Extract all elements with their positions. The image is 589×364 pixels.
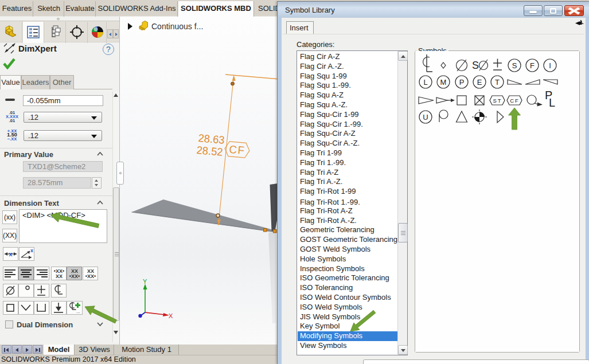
svg-text:CF: CF	[510, 97, 520, 104]
svg-text:28.52: 28.52	[196, 144, 224, 158]
svg-text:x: x	[30, 248, 33, 253]
svg-text:x: x	[9, 251, 13, 257]
svg-text:XX: XX	[56, 273, 63, 279]
svg-text:S: S	[512, 61, 517, 70]
svg-text:I: I	[549, 61, 551, 70]
svg-text:E: E	[477, 78, 482, 87]
svg-text:•XX•: •XX•	[85, 273, 96, 279]
svg-text:S: S	[472, 60, 479, 71]
svg-text:X: X	[169, 312, 173, 319]
svg-text:L: L	[549, 96, 555, 109]
svg-text:CF: CF	[229, 143, 246, 156]
svg-text:L: L	[423, 78, 427, 87]
svg-text:M: M	[440, 78, 447, 87]
svg-text:U: U	[423, 113, 428, 122]
svg-text:T: T	[495, 78, 500, 87]
svg-text:•XX•: •XX•	[69, 273, 80, 279]
svg-text:Y: Y	[143, 278, 147, 285]
svg-text:...: ...	[76, 309, 80, 314]
svg-text:P: P	[459, 78, 465, 87]
svg-text:ST: ST	[493, 97, 502, 104]
svg-text:F: F	[530, 61, 535, 70]
